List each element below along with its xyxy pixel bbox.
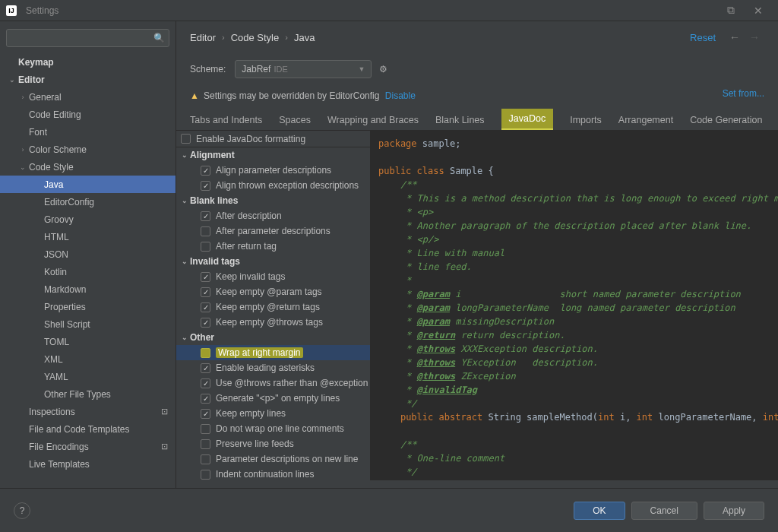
- sidebar-item-properties[interactable]: Properties: [0, 298, 176, 315]
- sidebar-item-xml[interactable]: XML: [0, 350, 176, 368]
- breadcrumb: Editor› Code Style› Java: [190, 32, 315, 43]
- tab-spaces[interactable]: Spaces: [279, 115, 311, 130]
- option-keep-empty-param-tags[interactable]: Keep empty @param tags: [176, 284, 370, 299]
- close-icon[interactable]: ✕: [745, 0, 772, 21]
- scheme-select[interactable]: JabRefIDE ▼: [235, 60, 372, 78]
- option-do-not-wrap-one-line-comments[interactable]: Do not wrap one line comments: [176, 421, 370, 436]
- option-after-parameter-descriptions[interactable]: After parameter descriptions: [176, 223, 370, 239]
- option-preserve-line-feeds[interactable]: Preserve line feeds: [176, 436, 370, 451]
- sidebar-item-keymap[interactable]: Keymap: [0, 53, 176, 71]
- sidebar-item-general[interactable]: ›General: [0, 88, 176, 106]
- sidebar-item-editorconfig[interactable]: EditorConfig: [0, 193, 176, 211]
- tab-imports[interactable]: Imports: [570, 115, 602, 130]
- option-wrap-at-right-margin[interactable]: Wrap at right margin: [176, 345, 370, 360]
- tab-code-generation[interactable]: Code Generation: [690, 115, 762, 130]
- sidebar-item-file-encodings[interactable]: File Encodings⊡: [0, 438, 176, 455]
- option-after-description[interactable]: After description: [176, 208, 370, 223]
- app-icon: IJ: [6, 5, 17, 16]
- sidebar-item-code-editing[interactable]: Code Editing: [0, 106, 176, 123]
- sidebar-item-toml[interactable]: TOML: [0, 333, 176, 350]
- option-use-throws-rather-than-exception[interactable]: Use @throws rather than @exception: [176, 375, 370, 391]
- gear-icon: ⊡: [161, 407, 168, 416]
- help-button[interactable]: ?: [14, 502, 30, 519]
- option-enable-leading-asterisks[interactable]: Enable leading asterisks: [176, 360, 370, 375]
- tab-arrangement[interactable]: Arrangement: [618, 115, 673, 130]
- options-panel: Enable JavaDoc formatting ⌄AlignmentAlig…: [176, 131, 371, 480]
- editorconfig-warning: ▲ Settings may be overridden by EditorCo…: [176, 85, 778, 106]
- sidebar-item-json[interactable]: JSON: [0, 245, 176, 263]
- option-parameter-descriptions-on-new-line[interactable]: Parameter descriptions on new line: [176, 451, 370, 467]
- sidebar-item-code-style[interactable]: ⌄Code Style: [0, 158, 176, 176]
- apply-button[interactable]: Apply: [704, 502, 764, 520]
- group-blank-lines[interactable]: ⌄Blank lines: [176, 193, 370, 208]
- option-align-parameter-descriptions[interactable]: Align parameter descriptions: [176, 163, 370, 178]
- tab-tabs-and-indents[interactable]: Tabs and Indents: [190, 115, 262, 130]
- sidebar-item-live-templates[interactable]: Live Templates: [0, 455, 176, 473]
- tab-wrapping-and-braces[interactable]: Wrapping and Braces: [327, 115, 419, 130]
- tabs-row: Tabs and IndentsSpacesWrapping and Brace…: [176, 106, 778, 131]
- chevron-down-icon: ▼: [358, 65, 365, 73]
- option-indent-continuation-lines[interactable]: Indent continuation lines: [176, 467, 370, 480]
- window-title: Settings: [26, 5, 59, 16]
- sidebar-item-font[interactable]: Font: [0, 123, 176, 141]
- forward-arrow-icon: →: [749, 31, 760, 43]
- option-align-thrown-exception-descriptions[interactable]: Align thrown exception descriptions: [176, 178, 370, 193]
- reset-link[interactable]: Reset: [690, 32, 716, 43]
- search-input[interactable]: [6, 29, 169, 47]
- option-keep-invalid-tags[interactable]: Keep invalid tags: [176, 269, 370, 284]
- code-preview: package sample; public class Sample { /*…: [371, 131, 778, 480]
- option-generate-p-on-empty-lines[interactable]: Generate "<p>" on empty lines: [176, 391, 370, 406]
- ok-button[interactable]: OK: [574, 502, 625, 520]
- sidebar-item-html[interactable]: HTML: [0, 228, 176, 245]
- scheme-label: Scheme:: [190, 64, 226, 74]
- search-icon: 🔍: [153, 33, 165, 43]
- sidebar-item-yaml[interactable]: YAML: [0, 368, 176, 385]
- sidebar-item-inspections[interactable]: Inspections⊡: [0, 403, 176, 420]
- cancel-button[interactable]: Cancel: [631, 502, 697, 520]
- tab-javadoc[interactable]: JavaDoc: [501, 109, 554, 130]
- disable-link[interactable]: Disable: [385, 90, 416, 101]
- group-alignment[interactable]: ⌄Alignment: [176, 147, 370, 163]
- option-keep-empty-throws-tags[interactable]: Keep empty @throws tags: [176, 315, 370, 330]
- warning-icon: ▲: [190, 90, 199, 101]
- settings-tree: Keymap⌄Editor›GeneralCode EditingFont›Co…: [0, 53, 176, 477]
- group-other[interactable]: ⌄Other: [176, 330, 370, 345]
- gear-icon: ⊡: [161, 442, 168, 451]
- option-after-return-tag[interactable]: After return tag: [176, 239, 370, 254]
- sidebar-item-other-file-types[interactable]: Other File Types: [0, 385, 176, 403]
- option-keep-empty-return-tags[interactable]: Keep empty @return tags: [176, 299, 370, 315]
- sidebar-item-kotlin[interactable]: Kotlin: [0, 263, 176, 280]
- enable-javadoc-formatting[interactable]: Enable JavaDoc formatting: [176, 131, 370, 147]
- sidebar-item-editor[interactable]: ⌄Editor: [0, 71, 176, 88]
- sidebar-item-shell-script[interactable]: Shell Script: [0, 315, 176, 333]
- sidebar-item-color-scheme[interactable]: ›Color Scheme: [0, 141, 176, 158]
- expand-icon[interactable]: ⧉: [717, 0, 745, 21]
- sidebar-item-markdown[interactable]: Markdown: [0, 280, 176, 298]
- option-keep-empty-lines[interactable]: Keep empty lines: [176, 406, 370, 421]
- gear-icon[interactable]: ⚙: [379, 64, 387, 74]
- sidebar-item-java[interactable]: Java: [0, 176, 176, 193]
- group-invalid-tags[interactable]: ⌄Invalid tags: [176, 254, 370, 269]
- tab-blank-lines[interactable]: Blank Lines: [435, 115, 485, 130]
- back-arrow-icon[interactable]: ←: [729, 31, 740, 43]
- sidebar-item-file-and-code-templates[interactable]: File and Code Templates: [0, 420, 176, 438]
- sidebar-item-groovy[interactable]: Groovy: [0, 211, 176, 228]
